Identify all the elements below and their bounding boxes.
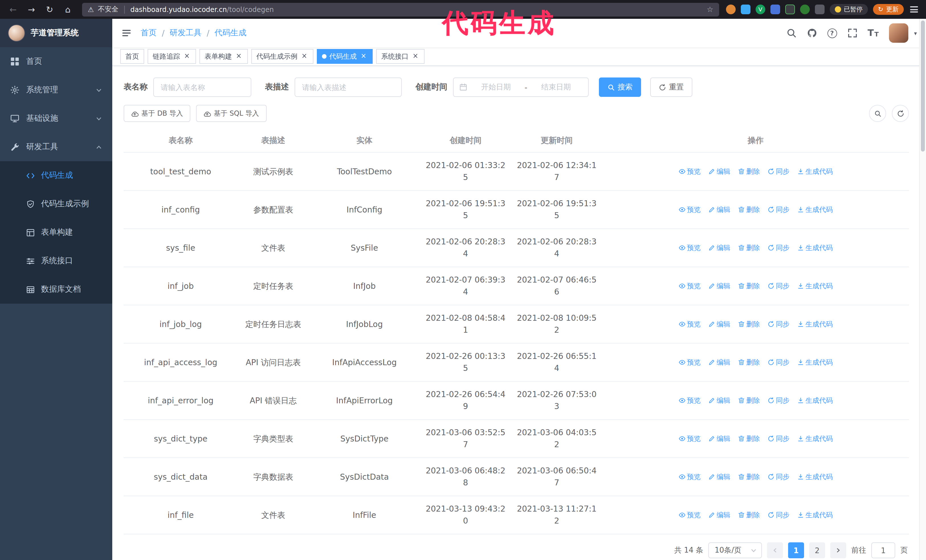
help-icon[interactable]: ? xyxy=(827,28,837,38)
sync-link[interactable]: 同步 xyxy=(767,471,790,483)
preview-link[interactable]: 预览 xyxy=(678,166,701,177)
delete-link[interactable]: 删除 xyxy=(738,242,760,254)
scrollbar-thumb[interactable] xyxy=(921,21,925,151)
delete-link[interactable]: 删除 xyxy=(738,471,760,483)
sidebar-item-code-generation-example[interactable]: 代码生成示例 xyxy=(0,190,112,218)
tab-close-icon[interactable]: × xyxy=(300,53,308,60)
extension-icon[interactable] xyxy=(800,5,810,14)
preview-link[interactable]: 预览 xyxy=(678,471,701,483)
sync-link[interactable]: 同步 xyxy=(767,166,790,177)
generate-code-link[interactable]: 生成代码 xyxy=(797,433,833,445)
app-logo[interactable]: 芋道管理系统 xyxy=(0,19,112,47)
delete-link[interactable]: 删除 xyxy=(738,433,760,445)
sidebar-item-system[interactable]: 系统管理 xyxy=(0,76,112,104)
preview-link[interactable]: 预览 xyxy=(678,433,701,445)
search-button[interactable]: 搜索 xyxy=(599,77,641,97)
goto-page-input[interactable] xyxy=(871,542,895,558)
sidebar-item-home[interactable]: 首页 xyxy=(0,47,112,76)
bookmark-star-icon[interactable]: ☆ xyxy=(707,5,713,14)
tab-close-icon[interactable]: × xyxy=(183,53,191,60)
edit-link[interactable]: 编辑 xyxy=(708,204,730,216)
generate-code-link[interactable]: 生成代码 xyxy=(797,166,833,177)
generate-code-link[interactable]: 生成代码 xyxy=(797,318,833,330)
edit-link[interactable]: 编辑 xyxy=(708,471,730,483)
preview-link[interactable]: 预览 xyxy=(678,509,701,521)
tab-item-active[interactable]: 代码生成× xyxy=(317,49,373,64)
delete-link[interactable]: 删除 xyxy=(738,394,760,406)
tab-item[interactable]: 系统接口× xyxy=(376,49,425,64)
sidebar-item-code-generation[interactable]: 代码生成 xyxy=(0,161,112,190)
edit-link[interactable]: 编辑 xyxy=(708,356,730,368)
generate-code-link[interactable]: 生成代码 xyxy=(797,280,833,292)
delete-link[interactable]: 删除 xyxy=(738,509,760,521)
import-db-button[interactable]: 基于 DB 导入 xyxy=(124,105,190,122)
address-bar[interactable]: ⚠ 不安全 dashboard.yudao.iocoder.cn/tool/co… xyxy=(82,3,719,16)
next-page-button[interactable] xyxy=(830,542,846,558)
refresh-table-button[interactable] xyxy=(892,105,909,122)
sidebar-item-infrastructure[interactable]: 基础设施 xyxy=(0,104,112,133)
edit-link[interactable]: 编辑 xyxy=(708,166,730,177)
sync-link[interactable]: 同步 xyxy=(767,280,790,292)
generate-code-link[interactable]: 生成代码 xyxy=(797,242,833,254)
delete-link[interactable]: 删除 xyxy=(738,356,760,368)
tab-item[interactable]: 链路追踪× xyxy=(148,49,196,64)
generate-code-link[interactable]: 生成代码 xyxy=(797,356,833,368)
sidebar-item-dev-tools[interactable]: 研发工具 xyxy=(0,133,112,161)
extension-icon[interactable] xyxy=(726,5,736,14)
generate-code-link[interactable]: 生成代码 xyxy=(797,204,833,216)
extension-icon[interactable] xyxy=(785,5,795,14)
edit-link[interactable]: 编辑 xyxy=(708,394,730,406)
extension-icon[interactable]: V xyxy=(756,5,765,14)
preview-link[interactable]: 预览 xyxy=(678,356,701,368)
paused-badge[interactable]: 已暂停 xyxy=(830,4,868,15)
browser-reload-icon[interactable]: ↻ xyxy=(42,3,57,16)
edit-link[interactable]: 编辑 xyxy=(708,433,730,445)
tab-close-icon[interactable]: × xyxy=(360,53,368,60)
delete-link[interactable]: 删除 xyxy=(738,204,760,216)
extension-icon[interactable] xyxy=(741,5,750,14)
browser-forward-icon[interactable]: → xyxy=(24,3,39,16)
generate-code-link[interactable]: 生成代码 xyxy=(797,394,833,406)
scrollbar[interactable] xyxy=(919,19,926,560)
preview-link[interactable]: 预览 xyxy=(678,242,701,254)
fullscreen-icon[interactable] xyxy=(847,28,857,38)
preview-link[interactable]: 预览 xyxy=(678,394,701,406)
generate-code-link[interactable]: 生成代码 xyxy=(797,471,833,483)
sync-link[interactable]: 同步 xyxy=(767,318,790,330)
page-size-select[interactable]: 10条/页 xyxy=(708,542,762,558)
delete-link[interactable]: 删除 xyxy=(738,318,760,330)
delete-link[interactable]: 删除 xyxy=(738,166,760,177)
preview-link[interactable]: 预览 xyxy=(678,280,701,292)
edit-link[interactable]: 编辑 xyxy=(708,509,730,521)
delete-link[interactable]: 删除 xyxy=(738,280,760,292)
sidebar-collapse-icon[interactable] xyxy=(121,28,132,38)
import-sql-button[interactable]: 基于 SQL 导入 xyxy=(196,105,266,122)
edit-link[interactable]: 编辑 xyxy=(708,280,730,292)
tab-item[interactable]: 表单构建× xyxy=(200,49,248,64)
reset-button[interactable]: 重置 xyxy=(650,77,692,97)
user-avatar[interactable] xyxy=(889,23,908,43)
preview-link[interactable]: 预览 xyxy=(678,204,701,216)
prev-page-button[interactable] xyxy=(767,542,783,558)
sidebar-item-system-api[interactable]: 系统接口 xyxy=(0,247,112,275)
breadcrumb-dev-tools[interactable]: 研发工具 xyxy=(169,28,201,38)
table-name-input[interactable] xyxy=(153,77,251,97)
page-button-2[interactable]: 2 xyxy=(809,542,825,558)
user-menu-caret-icon[interactable]: ▾ xyxy=(914,30,917,36)
sync-link[interactable]: 同步 xyxy=(767,356,790,368)
search-icon[interactable] xyxy=(786,28,796,38)
tab-item[interactable]: 首页 xyxy=(120,49,144,64)
update-button[interactable]: ↻更新 xyxy=(873,4,904,15)
preview-link[interactable]: 预览 xyxy=(678,318,701,330)
sidebar-item-form-builder[interactable]: 表单构建 xyxy=(0,218,112,247)
extension-icon[interactable] xyxy=(770,5,780,14)
edit-link[interactable]: 编辑 xyxy=(708,242,730,254)
edit-link[interactable]: 编辑 xyxy=(708,318,730,330)
toggle-search-button[interactable] xyxy=(869,105,886,122)
tab-close-icon[interactable]: × xyxy=(235,53,243,60)
create-time-range-picker[interactable]: 开始日期 - 结束日期 xyxy=(453,77,589,97)
sync-link[interactable]: 同步 xyxy=(767,433,790,445)
extension-icon[interactable] xyxy=(815,5,825,14)
sync-link[interactable]: 同步 xyxy=(767,394,790,406)
font-size-icon[interactable]: TT xyxy=(868,29,879,38)
